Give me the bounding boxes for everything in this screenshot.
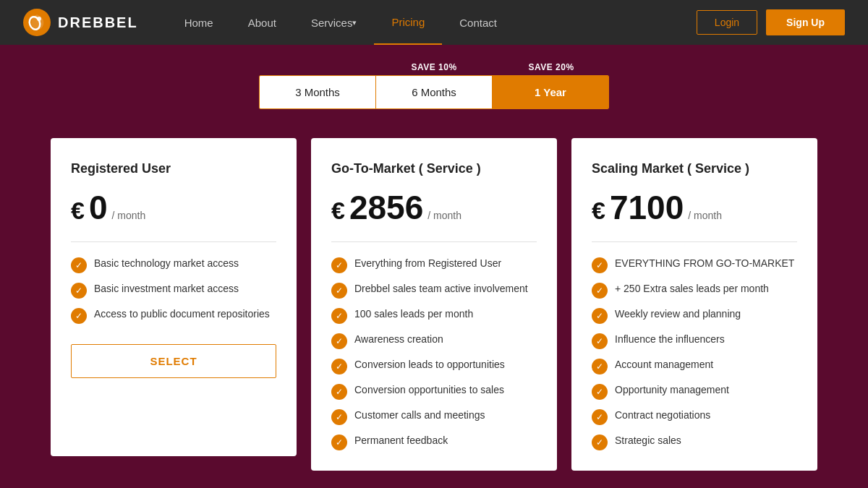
price-amount-1: 2856 [349, 188, 423, 227]
nav-links: Home About Services Pricing Contact [167, 0, 697, 45]
check-icon: ✓ [331, 384, 347, 400]
feature-item: ✓Influence the influencers [592, 333, 797, 349]
price-amount-2: 7100 [610, 188, 684, 227]
feature-text: 100 sales leads per month [354, 307, 473, 322]
nav-home[interactable]: Home [167, 0, 231, 45]
check-icon: ✓ [331, 435, 347, 450]
feature-text: + 250 Extra sales leads per month [615, 282, 769, 296]
price-symbol-1: € [331, 197, 345, 225]
feature-list-1: ✓Everything from Registered User ✓Drebbe… [331, 257, 537, 450]
save-10-label: SAVE 10% [375, 62, 493, 72]
feature-item: ✓+ 250 Extra sales leads per month [592, 282, 797, 299]
feature-item: ✓100 sales leads per month [331, 307, 537, 324]
card-gtm: Go-To-Market ( Service ) € 2856 / month … [311, 138, 557, 471]
feature-text: Conversion opportunities to sales [354, 383, 504, 398]
feature-item: ✓ Access to public document repositories [71, 307, 276, 324]
price-amount-0: 0 [89, 188, 108, 227]
nav-about[interactable]: About [231, 0, 294, 45]
logo-icon [23, 9, 51, 36]
check-icon: ✓ [331, 409, 347, 425]
svg-point-2 [37, 17, 41, 21]
feature-item: ✓Strategic sales [592, 434, 797, 450]
nav-services[interactable]: Services [294, 0, 375, 45]
check-icon: ✓ [592, 308, 608, 324]
check-icon: ✓ [331, 359, 347, 374]
feature-item: ✓Account management [592, 358, 797, 374]
card-divider-2 [592, 241, 797, 242]
logo[interactable]: DREBBEL [23, 9, 138, 36]
check-icon: ✓ [71, 283, 87, 299]
feature-item: ✓Drebbel sales team active involvement [331, 282, 537, 299]
check-icon: ✓ [592, 257, 608, 273]
card-registered: Registered User € 0 / month ✓ Basic tech… [51, 138, 297, 456]
pricing-section: SAVE 10% SAVE 20% 3 Months 6 Months 1 Ye… [0, 45, 868, 471]
check-icon: ✓ [592, 384, 608, 400]
card-scaling-title: Scaling Market ( Service ) [592, 161, 797, 176]
feature-text: Everything from Registered User [354, 257, 501, 271]
feature-text: Contract negotiations [615, 408, 710, 423]
card-gtm-price: € 2856 / month [331, 188, 537, 227]
cards-row: Registered User € 0 / month ✓ Basic tech… [0, 109, 868, 471]
check-icon: ✓ [71, 308, 87, 324]
card-scaling-price: € 7100 / month [592, 188, 797, 227]
price-period-0: / month [112, 210, 146, 221]
feature-text: Access to public document repositories [94, 307, 270, 322]
feature-text: Basic investment market access [94, 282, 239, 296]
nav-actions: Login Sign Up [697, 9, 845, 35]
tab-1year[interactable]: 1 Year [493, 76, 608, 108]
card-registered-title: Registered User [71, 161, 276, 176]
feature-text: Account management [615, 358, 713, 372]
feature-item: ✓Conversion opportunities to sales [331, 383, 537, 400]
price-symbol-0: € [71, 197, 85, 225]
tab-6months[interactable]: 6 Months [376, 76, 493, 108]
check-icon: ✓ [592, 359, 608, 374]
feature-text: Influence the influencers [615, 333, 725, 347]
feature-text: EVERYTHING FROM GO-TO-MARKET [615, 257, 794, 271]
feature-list-2: ✓EVERYTHING FROM GO-TO-MARKET ✓+ 250 Ext… [592, 257, 797, 450]
feature-text: Permanent feedback [354, 434, 448, 448]
signup-button[interactable]: Sign Up [766, 9, 845, 35]
feature-text: Opportunity management [615, 383, 729, 398]
logo-text: DREBBEL [58, 14, 138, 31]
navbar: DREBBEL Home About Services Pricing Cont… [0, 0, 868, 45]
feature-text: Conversion leads to opportunities [354, 358, 505, 372]
feature-item: ✓Customer calls and meetings [331, 408, 537, 425]
billing-tabs: 3 Months 6 Months 1 Year [259, 75, 609, 109]
login-button[interactable]: Login [697, 10, 757, 35]
select-button-0[interactable]: SELECT [71, 344, 276, 378]
feature-item: ✓ Basic technology market access [71, 257, 276, 273]
nav-pricing[interactable]: Pricing [374, 0, 442, 45]
card-divider-1 [331, 241, 537, 242]
feature-text: Customer calls and meetings [354, 408, 485, 423]
price-symbol-2: € [592, 197, 605, 225]
feature-item: ✓Awareness creation [331, 333, 537, 349]
card-divider-0 [71, 241, 276, 242]
feature-text: Strategic sales [615, 434, 681, 448]
check-icon: ✓ [71, 257, 87, 273]
feature-text: Weekly review and planning [615, 307, 741, 322]
feature-item: ✓Weekly review and planning [592, 307, 797, 324]
feature-list-0: ✓ Basic technology market access ✓ Basic… [71, 257, 276, 324]
check-icon: ✓ [592, 409, 608, 425]
save-20-label: SAVE 20% [493, 62, 610, 72]
feature-item: ✓ Basic investment market access [71, 282, 276, 299]
feature-text: Basic technology market access [94, 257, 239, 271]
feature-item: ✓Conversion leads to opportunities [331, 358, 537, 374]
feature-item: ✓Everything from Registered User [331, 257, 537, 273]
price-period-2: / month [688, 210, 722, 221]
card-registered-price: € 0 / month [71, 188, 276, 227]
nav-contact[interactable]: Contact [442, 0, 514, 45]
feature-item: ✓EVERYTHING FROM GO-TO-MARKET [592, 257, 797, 273]
feature-text: Awareness creation [354, 333, 443, 347]
price-period-1: / month [427, 210, 461, 221]
check-icon: ✓ [331, 283, 347, 299]
card-scaling: Scaling Market ( Service ) € 7100 / mont… [571, 138, 817, 471]
check-icon: ✓ [592, 283, 608, 299]
check-icon: ✓ [592, 435, 608, 450]
check-icon: ✓ [331, 257, 347, 273]
check-icon: ✓ [592, 333, 608, 349]
feature-text: Drebbel sales team active involvement [354, 282, 528, 296]
feature-item: ✓Opportunity management [592, 383, 797, 400]
tab-3months[interactable]: 3 Months [260, 76, 376, 108]
feature-item: ✓Contract negotiations [592, 408, 797, 425]
